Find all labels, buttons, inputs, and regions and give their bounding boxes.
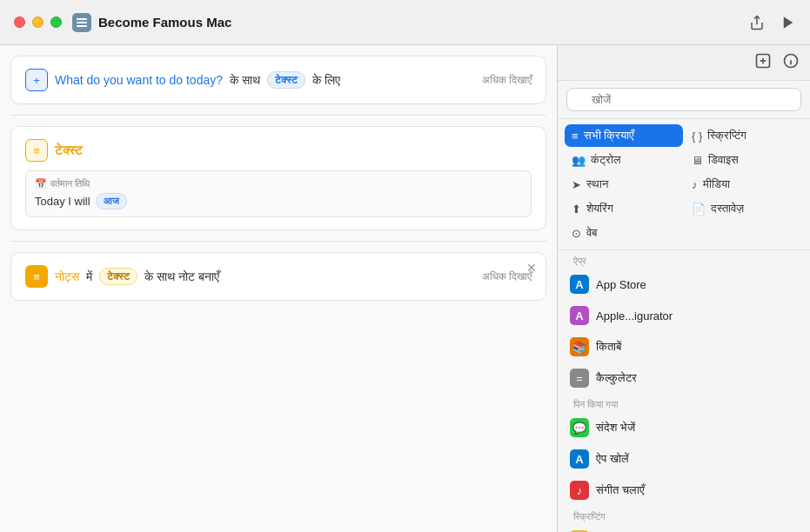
- info-button[interactable]: [782, 52, 800, 73]
- category-sharing[interactable]: ⬆ शेयरिंग: [565, 197, 683, 220]
- category-documents-label: दस्तावेज़: [711, 202, 744, 216]
- category-media-label: मीडिया: [703, 177, 730, 191]
- category-documents[interactable]: 📄 दस्तावेज़: [685, 197, 803, 220]
- minimize-button[interactable]: [32, 17, 44, 28]
- traffic-lights: [14, 17, 62, 28]
- books-icon: 📚: [570, 337, 589, 356]
- calculator-icon: =: [570, 369, 589, 388]
- category-devices-label: डिवाइस: [708, 153, 739, 167]
- appstore-label: App Store: [596, 278, 646, 291]
- category-web-label: वेब: [586, 226, 597, 240]
- titlebar-actions: [749, 15, 796, 30]
- open-app-icon: A: [570, 449, 589, 469]
- category-sharing-label: शेयरिंग: [586, 202, 613, 216]
- scripting-icon: { }: [692, 130, 702, 143]
- list-item-play-music[interactable]: ♪ संगीत चलाएँ: [563, 475, 805, 506]
- ask-icon: +: [25, 69, 48, 91]
- notes-in: में: [86, 269, 92, 284]
- today-tag[interactable]: आज: [96, 193, 127, 209]
- fullscreen-button[interactable]: [50, 17, 62, 28]
- text-card-date-label: वर्तमान तिथि: [50, 178, 90, 190]
- ask-card-header: + What do you want to do today? के साथ ट…: [25, 69, 532, 91]
- calendar-icon: 📅: [35, 178, 47, 190]
- app-title: Become Famous Mac: [98, 15, 749, 30]
- main-content: + What do you want to do today? के साथ ट…: [0, 45, 810, 532]
- ask-tag-text[interactable]: टेक्स्ट: [267, 71, 305, 89]
- play-music-icon: ♪: [570, 481, 589, 500]
- notes-card-header: ≡ नोट्स में टेक्स्ट के साथ नोट बनाएँ अधि…: [25, 265, 532, 288]
- control-icon: 👥: [572, 154, 586, 167]
- location-icon: ➤: [572, 178, 581, 191]
- books-label: किताबें: [596, 340, 621, 354]
- ask-for: के लिए: [312, 73, 340, 88]
- send-message-icon: 💬: [570, 418, 589, 437]
- search-bar: 🔍: [558, 81, 810, 119]
- ask-with: के साथ: [230, 73, 260, 88]
- notes-icon: ≡: [25, 265, 48, 288]
- apple-configurator-label: Apple...igurator: [596, 309, 673, 323]
- share-button[interactable]: [749, 15, 765, 30]
- ask-show-more[interactable]: अधिक दिखाएँ: [482, 74, 532, 86]
- open-app-label: ऐप खोलें: [596, 452, 629, 466]
- media-icon: ♪: [692, 178, 698, 191]
- text-card-content: Today I will आज: [35, 193, 522, 209]
- right-list: ऐप्र A App Store A Apple...igurator 📚 कि…: [558, 250, 810, 532]
- divider-1: [10, 115, 546, 116]
- text-card-header: ≡ टेक्स्ट: [25, 139, 532, 162]
- sharing-icon: ⬆: [572, 203, 581, 216]
- notes-card: ≡ नोट्स में टेक्स्ट के साथ नोट बनाएँ अधि…: [10, 252, 546, 301]
- search-input[interactable]: [566, 88, 801, 111]
- text-card: ≡ टेक्स्ट 📅 वर्तमान तिथि Today I will आज: [10, 126, 546, 230]
- text-icon: ≡: [25, 139, 48, 162]
- category-web[interactable]: ⊙ वेब: [565, 222, 683, 244]
- text-card-body: 📅 वर्तमान तिथि Today I will आज: [25, 170, 532, 217]
- titlebar: Become Famous Mac: [0, 0, 810, 45]
- ask-card: + What do you want to do today? के साथ ट…: [10, 56, 546, 104]
- list-item-calculator[interactable]: = कैल्कुलेटर: [563, 362, 805, 394]
- app-icon: [72, 13, 91, 32]
- right-panel-header: [558, 45, 810, 81]
- category-control[interactable]: 👥 कंट्रोल: [565, 149, 683, 171]
- left-panel: + What do you want to do today? के साथ ट…: [0, 45, 558, 532]
- list-item-appstore[interactable]: A App Store: [563, 269, 805, 300]
- categories-grid: ≡ सभी क्रियाएँ { } स्क्रिप्टिंग 👥 कंट्रो…: [558, 119, 810, 250]
- category-media[interactable]: ♪ मीडिया: [685, 173, 803, 196]
- text-card-sublabel: 📅 वर्तमान तिथि: [35, 178, 522, 190]
- category-location-label: स्थान: [586, 177, 608, 191]
- svg-marker-1: [784, 17, 793, 29]
- category-all-label: सभी क्रियाएँ: [584, 129, 635, 143]
- devices-icon: 🖥: [692, 154, 703, 167]
- notes-show-more[interactable]: अधिक दिखाएँ: [482, 270, 532, 283]
- category-control-label: कंट्रोल: [591, 153, 621, 167]
- text-card-text: Today I will: [35, 195, 90, 208]
- category-scripting[interactable]: { } स्क्रिप्टिंग: [685, 124, 803, 147]
- web-icon: ⊙: [572, 227, 581, 240]
- close-button[interactable]: [14, 17, 25, 28]
- list-item-open-app[interactable]: A ऐप खोलें: [563, 443, 805, 475]
- text-card-label: टेक्स्ट: [55, 143, 83, 158]
- category-location[interactable]: ➤ स्थान: [565, 173, 683, 196]
- calculator-label: कैल्कुलेटर: [596, 371, 637, 385]
- apps-section-label: ऐप्र: [563, 250, 805, 269]
- category-devices[interactable]: 🖥 डिवाइस: [685, 149, 803, 171]
- pinned-section-label: पिन किया गया: [563, 394, 805, 412]
- notes-tag-text[interactable]: टेक्स्ट: [99, 268, 137, 285]
- list-item-send-message[interactable]: 💬 संदेश भेजें: [563, 412, 805, 443]
- apple-configurator-icon: A: [570, 306, 589, 325]
- play-button[interactable]: [780, 15, 796, 30]
- add-action-button[interactable]: [754, 52, 772, 73]
- right-panel: 🔍 ≡ सभी क्रियाएँ { } स्क्रिप्टिंग 👥 कंट्…: [558, 45, 810, 532]
- list-item-books[interactable]: 📚 किताबें: [563, 331, 805, 362]
- appstore-icon: A: [570, 275, 589, 294]
- divider-2: [10, 241, 546, 242]
- send-message-label: संदेश भेजें: [596, 421, 635, 435]
- category-all[interactable]: ≡ सभी क्रियाएँ: [565, 124, 683, 147]
- list-item-comment[interactable]: — टिप्पणी करें: [563, 524, 805, 532]
- ask-question: What do you want to do today?: [55, 73, 223, 87]
- all-icon: ≡: [572, 130, 579, 143]
- list-item-apple-configurator[interactable]: A Apple...igurator: [563, 300, 805, 331]
- play-music-label: संगीत चलाएँ: [596, 483, 645, 497]
- scripting-section-label: स्क्रिप्टिंग: [563, 506, 805, 524]
- notes-card-close[interactable]: ✕: [526, 262, 537, 274]
- notes-create: के साथ नोट बनाएँ: [144, 269, 219, 284]
